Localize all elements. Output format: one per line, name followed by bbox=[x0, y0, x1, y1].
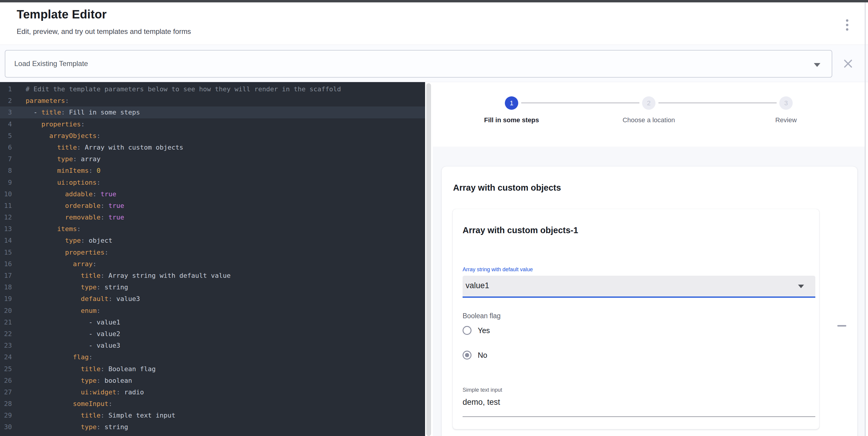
code-line[interactable]: 1# Edit the template parameters below to… bbox=[0, 83, 425, 95]
form-preview-background: Array with custom objects Array with cus… bbox=[433, 146, 865, 436]
code-line-text: array: bbox=[17, 258, 96, 270]
code-line[interactable]: 11 orderable: true bbox=[0, 200, 425, 211]
code-line[interactable]: 20 enum: bbox=[0, 305, 425, 316]
code-line[interactable]: 7 type: array bbox=[0, 153, 425, 165]
code-line-text: default: value3 bbox=[17, 293, 140, 305]
text-field-label: Simple text input bbox=[463, 387, 502, 393]
select-field-label: Array string with default value bbox=[463, 266, 533, 273]
minus-icon bbox=[837, 325, 846, 327]
radio-checked-icon[interactable] bbox=[463, 350, 471, 360]
code-line[interactable]: 26 type: boolean bbox=[0, 375, 425, 386]
code-line[interactable]: 30 type: string bbox=[0, 421, 425, 433]
wizard-stepper: 1Fill in some steps2Choose a location3Re… bbox=[433, 82, 865, 146]
line-number: 2 bbox=[0, 95, 17, 106]
text-field-underline bbox=[463, 416, 815, 417]
step-number-badge: 1 bbox=[505, 96, 518, 110]
code-line-text: title: Simple text input bbox=[17, 409, 175, 421]
yaml-code-editor[interactable]: 1# Edit the template parameters below to… bbox=[0, 82, 425, 436]
code-line[interactable]: 5 arrayObjects: bbox=[0, 130, 425, 141]
line-number: 25 bbox=[0, 363, 17, 375]
line-number: 1 bbox=[0, 83, 17, 95]
code-line-text: title: Array string with default value bbox=[17, 270, 231, 281]
code-line[interactable]: 3 - title: Fill in some steps bbox=[0, 106, 425, 118]
code-line-text: # Edit the template parameters below to … bbox=[17, 83, 341, 95]
code-line-text: type: object bbox=[17, 235, 112, 246]
code-line-text: flag: bbox=[17, 351, 93, 363]
line-number: 11 bbox=[0, 200, 17, 211]
remove-array-item-button[interactable] bbox=[832, 320, 851, 332]
load-existing-template-select[interactable]: Load Existing Template bbox=[5, 50, 832, 78]
code-line-text: ui:options: bbox=[17, 177, 101, 188]
code-line[interactable]: 6 title: Array with custom objects bbox=[0, 141, 425, 153]
step-number-badge: 3 bbox=[779, 96, 793, 110]
line-number: 5 bbox=[0, 130, 17, 141]
page-subtitle: Edit, preview, and try out templates and… bbox=[17, 27, 191, 36]
line-number: 4 bbox=[0, 119, 17, 130]
more-options-kebab-icon[interactable] bbox=[841, 16, 853, 33]
code-line[interactable]: 15 properties: bbox=[0, 246, 425, 258]
code-line-text: minItems: 0 bbox=[17, 165, 101, 176]
step-number-badge: 2 bbox=[642, 96, 655, 110]
line-number: 9 bbox=[0, 177, 17, 188]
radio-unchecked-icon[interactable] bbox=[463, 326, 471, 335]
code-line[interactable]: 29 title: Simple text input bbox=[0, 409, 425, 421]
load-existing-template-placeholder: Load Existing Template bbox=[14, 60, 88, 68]
code-line[interactable]: 13 items: bbox=[0, 223, 425, 235]
code-line-text: - value2 bbox=[17, 328, 120, 340]
code-line[interactable]: 14 type: object bbox=[0, 235, 425, 246]
line-number: 14 bbox=[0, 235, 17, 246]
code-line[interactable]: 21 - value1 bbox=[0, 316, 425, 328]
code-line[interactable]: 12 removable: true bbox=[0, 211, 425, 223]
code-line-text: - title: Fill in some steps bbox=[17, 106, 140, 118]
radio-option-no[interactable]: No bbox=[463, 350, 487, 360]
line-number: 10 bbox=[0, 188, 17, 200]
code-line[interactable]: 27 ui:widget: radio bbox=[0, 386, 425, 398]
template-editor-app: Template Editor Edit, preview, and try o… bbox=[0, 0, 868, 436]
splitter-handle[interactable] bbox=[426, 83, 431, 436]
panel-splitter[interactable] bbox=[425, 82, 433, 436]
stepper-step[interactable]: 3Review bbox=[717, 82, 855, 146]
page-header: Template Editor Edit, preview, and try o… bbox=[0, 2, 868, 45]
code-line[interactable]: 25 title: Boolean flag bbox=[0, 363, 425, 375]
line-number: 26 bbox=[0, 375, 17, 386]
close-icon[interactable] bbox=[841, 57, 855, 70]
line-number: 20 bbox=[0, 305, 17, 316]
code-line-text: orderable: true bbox=[17, 200, 124, 211]
line-number: 15 bbox=[0, 246, 17, 258]
code-line[interactable]: 23 - value3 bbox=[0, 340, 425, 351]
line-number: 13 bbox=[0, 223, 17, 235]
line-number: 30 bbox=[0, 421, 17, 433]
code-line[interactable]: 10 addable: true bbox=[0, 188, 425, 200]
radio-option-yes[interactable]: Yes bbox=[463, 325, 490, 335]
step-form-card: Array with custom objects Array with cus… bbox=[442, 167, 857, 436]
code-line[interactable]: 4 properties: bbox=[0, 119, 425, 130]
code-line[interactable]: 8 minItems: 0 bbox=[0, 165, 425, 176]
code-line-text: removable: true bbox=[17, 211, 124, 223]
code-line[interactable]: 18 type: string bbox=[0, 281, 425, 293]
array-item-title: Array with custom objects-1 bbox=[463, 226, 578, 235]
code-line[interactable]: 24 flag: bbox=[0, 351, 425, 363]
select-arrow-icon bbox=[798, 284, 804, 288]
code-line[interactable]: 2parameters: bbox=[0, 95, 425, 106]
array-string-select[interactable]: value1 bbox=[463, 276, 815, 297]
code-line[interactable]: 17 title: Array string with default valu… bbox=[0, 270, 425, 281]
code-line[interactable]: 22 - value2 bbox=[0, 328, 425, 340]
code-line-text: parameters: bbox=[17, 95, 69, 106]
code-line[interactable]: 9 ui:options: bbox=[0, 177, 425, 188]
array-string-select-value: value1 bbox=[466, 281, 489, 290]
line-number: 12 bbox=[0, 211, 17, 223]
code-line-text: addable: true bbox=[17, 188, 116, 200]
stepper-step[interactable]: 2Choose a location bbox=[580, 82, 717, 146]
window-top-bar bbox=[0, 0, 868, 2]
form-preview-panel: 1Fill in some steps2Choose a location3Re… bbox=[433, 82, 865, 436]
code-line-text: someInput: bbox=[17, 398, 112, 409]
code-line-text: type: string bbox=[17, 281, 128, 293]
line-number: 21 bbox=[0, 316, 17, 328]
code-line[interactable]: 16 array: bbox=[0, 258, 425, 270]
code-line[interactable]: 19 default: value3 bbox=[0, 293, 425, 305]
code-line[interactable]: 28 someInput: bbox=[0, 398, 425, 409]
text-field-value[interactable]: demo, test bbox=[463, 398, 500, 407]
stepper-step[interactable]: 1Fill in some steps bbox=[443, 82, 580, 146]
radio-group-label: Boolean flag bbox=[463, 312, 501, 320]
array-section-title: Array with custom objects bbox=[453, 183, 561, 193]
